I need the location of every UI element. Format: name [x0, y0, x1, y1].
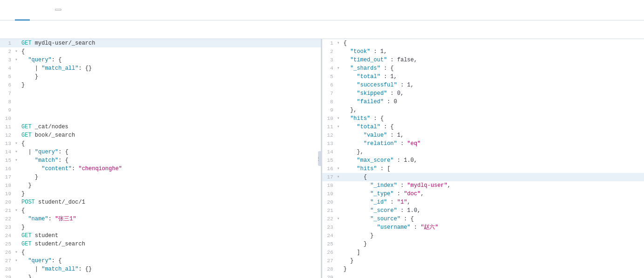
line-toggle[interactable]: ▾ — [337, 114, 343, 123]
line-number: 15 — [322, 156, 337, 165]
code-line: 29 — [322, 273, 644, 278]
code-line: 13 "relation" : "eq" — [322, 139, 644, 148]
line-content: "_source" : { — [343, 215, 644, 223]
line-number: 12 — [0, 131, 15, 139]
code-line: 14 }, — [322, 148, 644, 156]
line-toggle[interactable]: ▾ — [15, 56, 20, 64]
code-line: 24 } — [322, 232, 644, 240]
line-number: 14 — [0, 148, 15, 156]
nav-settings[interactable] — [17, 28, 24, 32]
code-line: 26▾{ — [0, 248, 321, 257]
line-number: 27 — [0, 257, 15, 265]
code-line: 28 } — [322, 265, 644, 273]
line-content: | "match_all": {} — [20, 265, 321, 273]
right-code-editor[interactable]: 1▾{2 "took" : 1,3 "timed_out" : false,4▾… — [322, 39, 644, 278]
line-content: "name": "张三1" — [20, 215, 321, 223]
line-content: } — [343, 257, 644, 265]
line-toggle[interactable]: ▾ — [15, 148, 20, 156]
line-toggle[interactable]: ▾ — [15, 156, 20, 165]
line-number: 11 — [0, 123, 15, 131]
code-line: 17 } — [0, 173, 321, 181]
line-content: "hits" : [ — [343, 165, 644, 173]
line-toggle[interactable]: ▾ — [337, 123, 343, 131]
left-code-editor[interactable]: 1 GET mydlq-user/_search2▾{3▾ "query": {… — [0, 39, 321, 278]
line-number: 10 — [0, 114, 15, 123]
tab-search-profiler[interactable] — [15, 0, 30, 20]
line-number: 12 — [322, 131, 337, 139]
drag-handle[interactable]: ⋮⋮ — [318, 151, 322, 166]
line-toggle[interactable]: ▾ — [15, 248, 20, 257]
code-line: 18 "_index" : "mydlq-user", — [322, 181, 644, 190]
tab-painless[interactable] — [45, 0, 69, 20]
line-content: "took" : 1, — [343, 47, 644, 56]
line-content: "total" : { — [343, 123, 644, 131]
line-number: 23 — [322, 223, 337, 232]
line-toggle[interactable]: ▾ — [337, 173, 343, 181]
line-number: 25 — [322, 240, 337, 248]
tab-console[interactable] — [0, 0, 15, 20]
line-toggle[interactable]: ▾ — [15, 139, 20, 148]
code-line: 3 "timed_out" : false, — [322, 56, 644, 64]
line-content: ] — [343, 248, 644, 257]
code-line: 13▾{ — [0, 139, 321, 148]
line-toggle[interactable]: ▾ — [337, 64, 343, 73]
line-content: }, — [343, 148, 644, 156]
code-line: 21▾{ — [0, 206, 321, 215]
line-number: 19 — [0, 190, 15, 198]
line-content: } — [20, 173, 321, 181]
beta-badge — [55, 9, 61, 11]
tab-grok-debugger[interactable] — [30, 0, 45, 20]
line-number: 24 — [0, 232, 15, 240]
code-line: 15 "max_score" : 1.0, — [322, 156, 644, 165]
line-content: "content": "chenqionghe" — [20, 165, 321, 173]
line-content: { — [20, 206, 321, 215]
line-content: "value" : 1, — [343, 131, 644, 139]
line-toggle[interactable]: ▾ — [337, 215, 343, 223]
line-content: "successful" : 1, — [343, 81, 644, 89]
code-line: 21 "_score" : 1.0, — [322, 206, 644, 215]
nav-help[interactable] — [28, 28, 35, 32]
line-number: 29 — [322, 273, 337, 278]
code-line: 4▾ "_shards" : { — [322, 64, 644, 73]
line-number: 18 — [0, 181, 15, 190]
line-number: 11 — [322, 123, 337, 131]
line-content: "_shards" : { — [343, 64, 644, 73]
code-line: 28 | "match_all": {} — [0, 265, 321, 273]
line-content: "_id" : "1", — [343, 198, 644, 206]
line-content: }, — [20, 273, 321, 278]
line-content: GET mydlq-user/_search — [20, 39, 321, 47]
line-number: 6 — [0, 81, 15, 89]
nav-history[interactable] — [6, 28, 13, 32]
line-content: "_index" : "mydlq-user", — [343, 181, 644, 190]
line-content: | "match_all": {} — [20, 64, 321, 73]
code-line: 3▾ "query": { — [0, 56, 321, 64]
line-content: } — [20, 73, 321, 81]
code-line: 22 "name": "张三1" — [0, 215, 321, 223]
line-toggle[interactable]: ▾ — [15, 257, 20, 265]
line-number: 21 — [0, 206, 15, 215]
line-content: POST student/_doc/1 — [20, 198, 321, 206]
code-line: 4 | "match_all": {} — [0, 64, 321, 73]
line-content: "hits" : { — [343, 114, 644, 123]
line-number: 22 — [0, 215, 15, 223]
code-line: 5 } — [0, 73, 321, 81]
line-toggle[interactable]: ▾ — [337, 39, 343, 47]
line-toggle[interactable]: ▾ — [15, 47, 20, 56]
code-line: 6 } — [0, 81, 321, 89]
line-number: 22 — [322, 215, 337, 223]
line-content: } — [20, 223, 321, 232]
line-number: 6 — [322, 81, 337, 89]
line-content: } — [343, 265, 644, 273]
line-number: 9 — [322, 106, 337, 114]
line-content: "username" : "赵六" — [343, 223, 644, 232]
code-line: 8 "failed" : 0 — [322, 98, 644, 106]
line-content: } — [20, 81, 321, 89]
code-line: 20 "_id" : "1", — [322, 198, 644, 206]
code-line: 25 } — [322, 240, 644, 248]
line-content: { — [343, 173, 644, 181]
line-number: 5 — [0, 73, 15, 81]
line-content: GET student/_search — [20, 240, 321, 248]
line-number: 13 — [322, 139, 337, 148]
line-toggle[interactable]: ▾ — [15, 206, 20, 215]
line-toggle[interactable]: ▾ — [337, 165, 343, 173]
